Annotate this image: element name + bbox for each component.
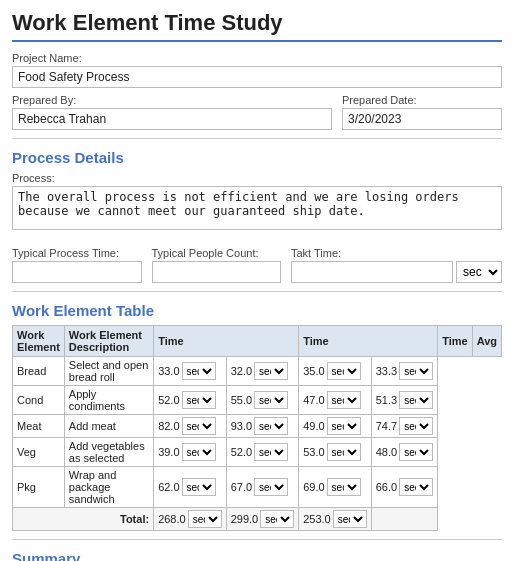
table-row: Veg Add vegetables as selected 39.0 secm… xyxy=(13,438,502,467)
table-row: Cond Apply condiments 52.0 secmin 55.0 s… xyxy=(13,386,502,415)
process-details-heading: Process Details xyxy=(12,149,502,166)
cell-description: Add vegetables as selected xyxy=(64,438,153,467)
cell-t2: 52.0 secmin xyxy=(226,438,299,467)
unit-select-t2-3[interactable]: secmin xyxy=(254,443,288,461)
unit-select-t3-2[interactable]: secmin xyxy=(327,417,361,435)
prepared-by-label: Prepared By: xyxy=(12,94,332,106)
cell-t2: 67.0 secmin xyxy=(226,467,299,508)
takt-unit-select[interactable]: sec min hr xyxy=(456,261,502,283)
cell-t2: 32.0 secmin xyxy=(226,357,299,386)
typical-people-input[interactable] xyxy=(152,261,282,283)
cell-element: Cond xyxy=(13,386,65,415)
cell-element: Meat xyxy=(13,415,65,438)
unit-select-t2-1[interactable]: secmin xyxy=(254,391,288,409)
prepared-date-input[interactable] xyxy=(342,108,502,130)
cell-description: Wrap and package sandwich xyxy=(64,467,153,508)
unit-select-avg-1[interactable]: secmin xyxy=(399,391,433,409)
unit-select-t2-4[interactable]: secmin xyxy=(254,478,288,496)
total-label: Total: xyxy=(13,508,154,531)
unit-select-t2-2[interactable]: secmin xyxy=(254,417,288,435)
typical-time-label: Typical Process Time: xyxy=(12,247,142,259)
table-total-row: Total: 268.0 secmin 299.0 secmin 253.0 s… xyxy=(13,508,502,531)
process-label: Process: xyxy=(12,172,502,184)
work-element-table-heading: Work Element Table xyxy=(12,302,502,319)
cell-t3: 35.0 secmin xyxy=(299,357,372,386)
cell-t2: 93.0 secmin xyxy=(226,415,299,438)
total-t2: 299.0 secmin xyxy=(226,508,299,531)
col-header-time1: Time xyxy=(154,326,299,357)
takt-time-input[interactable] xyxy=(291,261,453,283)
total-t3: 253.0 secmin xyxy=(299,508,372,531)
unit-select-t2-0[interactable]: secmin xyxy=(254,362,288,380)
unit-select-avg-4[interactable]: secmin xyxy=(399,478,433,496)
unit-select-t1-2[interactable]: secmin xyxy=(182,417,216,435)
takt-time-label: Takt Time: xyxy=(291,247,502,259)
unit-select-t1-4[interactable]: secmin xyxy=(182,478,216,496)
cell-t1: 52.0 secmin xyxy=(154,386,227,415)
cell-t3: 69.0 secmin xyxy=(299,467,372,508)
unit-select-avg-0[interactable]: secmin xyxy=(399,362,433,380)
cell-element: Veg xyxy=(13,438,65,467)
col-header-time2: Time xyxy=(299,326,438,357)
unit-select-t1-1[interactable]: secmin xyxy=(182,391,216,409)
cell-element: Pkg xyxy=(13,467,65,508)
col-header-time3: Time xyxy=(438,326,472,357)
typical-people-label: Typical People Count: xyxy=(152,247,282,259)
cell-t3: 47.0 secmin xyxy=(299,386,372,415)
unit-select-t1-0[interactable]: secmin xyxy=(182,362,216,380)
unit-select-t3-3[interactable]: secmin xyxy=(327,443,361,461)
cell-t1: 39.0 secmin xyxy=(154,438,227,467)
prepared-by-input[interactable] xyxy=(12,108,332,130)
total-avg-empty xyxy=(371,508,437,531)
unit-select-t3-1[interactable]: secmin xyxy=(327,391,361,409)
page-title: Work Element Time Study xyxy=(12,10,502,42)
table-row: Bread Select and open bread roll 33.0 se… xyxy=(13,357,502,386)
cell-t2: 55.0 secmin xyxy=(226,386,299,415)
unit-select-avg-3[interactable]: secmin xyxy=(399,443,433,461)
project-name-input[interactable] xyxy=(12,66,502,88)
col-header-element: WorkElement xyxy=(13,326,65,357)
summary-heading: Summary xyxy=(12,550,502,561)
cell-avg: 33.3 secmin xyxy=(371,357,437,386)
cell-t1: 62.0 secmin xyxy=(154,467,227,508)
unit-select-t3-4[interactable]: secmin xyxy=(327,478,361,496)
unit-select-t1-3[interactable]: secmin xyxy=(182,443,216,461)
cell-avg: 74.7 secmin xyxy=(371,415,437,438)
typical-time-input[interactable] xyxy=(12,261,142,283)
work-element-table: WorkElement Work Element Description Tim… xyxy=(12,325,502,531)
cell-avg: 51.3 secmin xyxy=(371,386,437,415)
col-header-description: Work Element Description xyxy=(64,326,153,357)
unit-select-avg-2[interactable]: secmin xyxy=(399,417,433,435)
table-row: Pkg Wrap and package sandwich 62.0 secmi… xyxy=(13,467,502,508)
col-header-avg: Avg xyxy=(472,326,501,357)
total-t1: 268.0 secmin xyxy=(154,508,227,531)
cell-description: Select and open bread roll xyxy=(64,357,153,386)
cell-description: Apply condiments xyxy=(64,386,153,415)
table-row: Meat Add meat 82.0 secmin 93.0 secmin 49… xyxy=(13,415,502,438)
cell-description: Add meat xyxy=(64,415,153,438)
cell-t3: 53.0 secmin xyxy=(299,438,372,467)
cell-avg: 66.0 secmin xyxy=(371,467,437,508)
cell-t3: 49.0 secmin xyxy=(299,415,372,438)
process-textarea[interactable] xyxy=(12,186,502,230)
unit-select-total-t1[interactable]: secmin xyxy=(188,510,222,528)
cell-avg: 48.0 secmin xyxy=(371,438,437,467)
cell-t1: 33.0 secmin xyxy=(154,357,227,386)
unit-select-t3-0[interactable]: secmin xyxy=(327,362,361,380)
cell-element: Bread xyxy=(13,357,65,386)
project-name-label: Project Name: xyxy=(12,52,502,64)
cell-t1: 82.0 secmin xyxy=(154,415,227,438)
unit-select-total-t3[interactable]: secmin xyxy=(333,510,367,528)
prepared-date-label: Prepared Date: xyxy=(342,94,502,106)
unit-select-total-t2[interactable]: secmin xyxy=(260,510,294,528)
